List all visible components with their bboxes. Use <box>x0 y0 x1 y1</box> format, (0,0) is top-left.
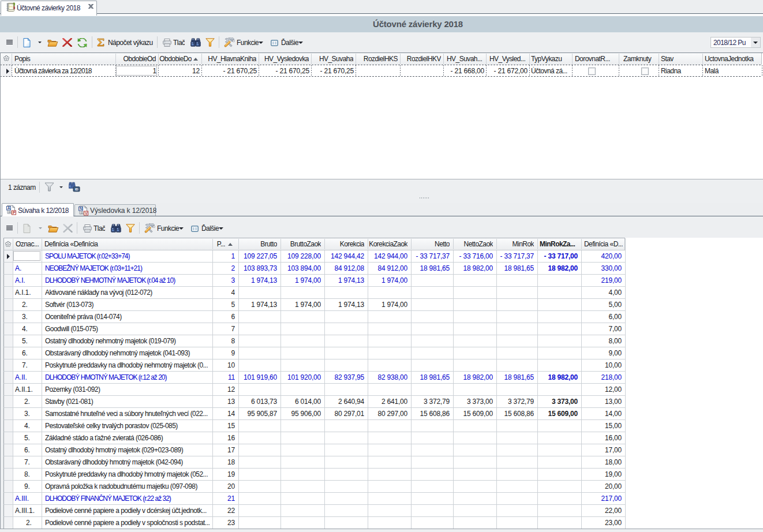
svg-text:N: N <box>80 207 83 211</box>
svg-text:A: A <box>8 206 10 210</box>
